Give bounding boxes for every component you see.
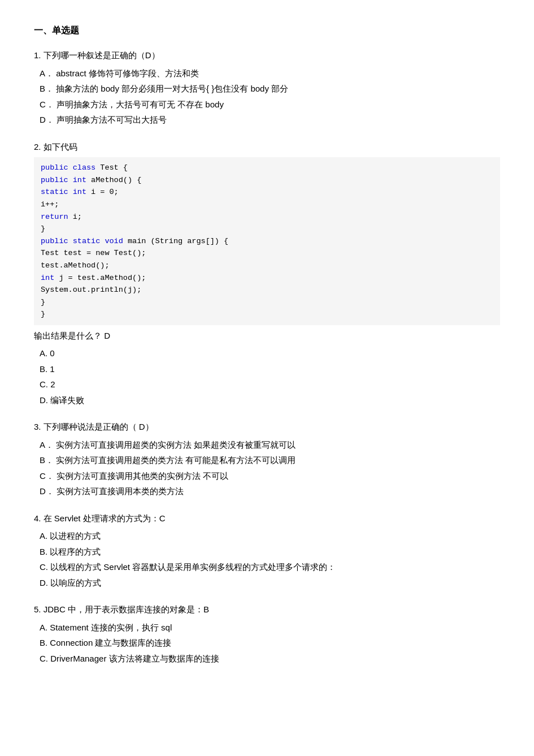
q3-option-a-text: 实例方法可直接调用超类的实例方法 如果超类没有被重写就可以 [56, 440, 296, 450]
q2-suffix: 输出结果是什么？ D [34, 329, 500, 343]
q5-option-c-label: C. [40, 654, 48, 663]
q3-option-b-text: 实例方法可直接调用超类的类方法 有可能是私有方法不可以调用 [56, 455, 296, 465]
q5-option-b-text: Connection 建立与数据库的连接 [50, 638, 171, 647]
q4-option-c-label: C. [40, 562, 48, 572]
question-2-title: 2. 如下代码 [34, 140, 500, 154]
question-4: 4. 在 Servlet 处理请求的方式为：C A. 以进程的方式 B. 以程序… [34, 511, 500, 590]
q1-option-b-label: B． [40, 84, 54, 93]
q1-option-c: C． 声明抽象方法，大括号可有可无 不存在 body [40, 97, 500, 112]
question-3: 3. 下列哪种说法是正确的（ D） A． 实例方法可直接调用超类的实例方法 如果… [34, 420, 500, 499]
question-3-title: 3. 下列哪种说法是正确的（ D） [34, 420, 500, 434]
q2-option-c: C. 2 [40, 377, 500, 392]
q1-option-d: D． 声明抽象方法不可写出大括号 [40, 113, 500, 127]
q3-option-d-text: 实例方法可直接调用本类的类方法 [57, 486, 184, 496]
q3-option-b: B． 实例方法可直接调用超类的类方法 有可能是私有方法不可以调用 [40, 453, 500, 468]
q3-option-a: A． 实例方法可直接调用超类的实例方法 如果超类没有被重写就可以 [40, 438, 500, 452]
q3-option-b-label: B． [40, 455, 54, 465]
q2-text: 如下代码 [44, 142, 77, 152]
q3-option-d-label: D． [40, 486, 54, 496]
q2-option-a: A. 0 [40, 346, 500, 361]
q3-option-d: D． 实例方法可直接调用本类的类方法 [40, 484, 500, 499]
q5-option-b-label: B. [40, 638, 47, 647]
q1-option-b: B． 抽象方法的 body 部分必须用一对大括号{ }包住没有 body 部分 [40, 81, 500, 96]
question-4-title: 4. 在 Servlet 处理请求的方式为：C [34, 511, 500, 526]
q2-option-c-label: C. [40, 379, 48, 389]
q1-option-c-text: 声明抽象方法，大括号可有可无 不存在 body [57, 100, 224, 109]
section-title: 一、单选题 [34, 23, 500, 38]
q4-option-a-label: A. [40, 531, 47, 541]
q2-option-d-label: D. [40, 395, 48, 405]
q5-option-a: A. Statement 连接的实例，执行 sql [40, 620, 500, 635]
question-5-title: 5. JDBC 中，用于表示数据库连接的对象是：B [34, 602, 500, 617]
q5-option-c-text: DriverManager 该方法将建立与数据库的连接 [50, 654, 219, 663]
q5-text: JDBC 中，用于表示数据库连接的对象是：B [44, 604, 209, 614]
q4-number: 4. [34, 513, 41, 523]
q5-option-b: B. Connection 建立与数据库的连接 [40, 636, 500, 650]
q1-text: 下列哪一种叙述是正确的（D） [44, 50, 160, 60]
q2-option-b: B. 1 [40, 362, 500, 377]
q2-option-d: D. 编译失败 [40, 393, 500, 408]
q3-option-a-label: A． [40, 440, 54, 450]
q4-option-c-text: 以线程的方式 Servlet 容器默认是采用单实例多线程的方式处理多个请求的： [50, 562, 336, 572]
q4-option-d-text: 以响应的方式 [50, 578, 101, 587]
q1-option-d-label: D． [40, 115, 54, 124]
q3-option-c-label: C． [40, 471, 54, 481]
q1-option-a-label: A． [40, 68, 54, 78]
q4-option-a-text: 以进程的方式 [50, 531, 101, 541]
page-container: 一、单选题 1. 下列哪一种叙述是正确的（D） A． abstract 修饰符可… [34, 23, 500, 666]
q4-text: 在 Servlet 处理请求的方式为：C [44, 513, 166, 523]
q2-option-b-text: 1 [50, 364, 54, 374]
q4-option-b-text: 以程序的方式 [50, 547, 101, 556]
q4-option-b: B. 以程序的方式 [40, 545, 500, 559]
q5-number: 5. [34, 604, 41, 614]
q3-number: 3. [34, 422, 41, 431]
q2-option-a-label: A. [40, 348, 47, 358]
q2-option-d-text: 编译失败 [50, 395, 84, 405]
q3-text: 下列哪种说法是正确的（ D） [44, 422, 154, 431]
q1-option-d-text: 声明抽象方法不可写出大括号 [57, 115, 167, 124]
q4-option-d: D. 以响应的方式 [40, 576, 500, 590]
question-1: 1. 下列哪一种叙述是正确的（D） A． abstract 修饰符可修饰字段、方… [34, 48, 500, 127]
q5-option-c: C. DriverManager 该方法将建立与数据库的连接 [40, 651, 500, 666]
q2-option-c-text: 2 [50, 379, 55, 389]
q3-option-c: C． 实例方法可直接调用其他类的实例方法 不可以 [40, 469, 500, 483]
question-1-title: 1. 下列哪一种叙述是正确的（D） [34, 48, 500, 63]
q1-option-a: A． abstract 修饰符可修饰字段、方法和类 [40, 66, 500, 81]
q4-option-b-label: B. [40, 547, 47, 556]
question-2: 2. 如下代码 public class Test { public int a… [34, 140, 500, 408]
q1-option-a-text: abstract 修饰符可修饰字段、方法和类 [56, 68, 199, 78]
question-5: 5. JDBC 中，用于表示数据库连接的对象是：B A. Statement 连… [34, 602, 500, 666]
q5-option-a-text: Statement 连接的实例，执行 sql [50, 623, 172, 632]
q2-option-a-text: 0 [50, 348, 54, 358]
q4-option-d-label: D. [40, 578, 48, 587]
q4-option-a: A. 以进程的方式 [40, 529, 500, 543]
q3-option-c-text: 实例方法可直接调用其他类的实例方法 不可以 [57, 471, 228, 481]
q5-option-a-label: A. [40, 623, 47, 632]
q2-option-b-label: B. [40, 364, 47, 374]
q1-option-c-label: C． [40, 100, 54, 109]
q2-number: 2. [34, 142, 41, 152]
q2-code-block: public class Test { public int aMethod()… [34, 157, 500, 325]
q4-option-c: C. 以线程的方式 Servlet 容器默认是采用单实例多线程的方式处理多个请求… [40, 560, 500, 574]
q1-option-b-text: 抽象方法的 body 部分必须用一对大括号{ }包住没有 body 部分 [56, 84, 288, 93]
q1-number: 1. [34, 50, 41, 60]
